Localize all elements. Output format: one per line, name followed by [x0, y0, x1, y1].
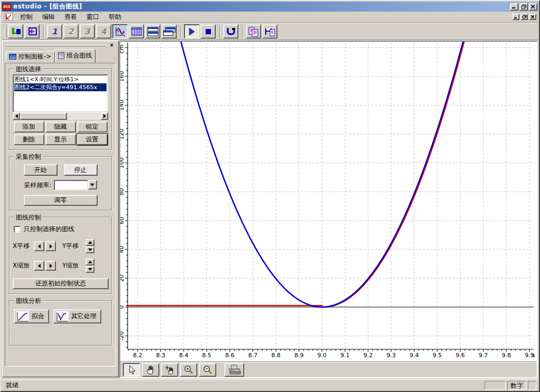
svg-text:0: 0: [120, 305, 125, 309]
x-zoom-in-button[interactable]: [45, 261, 56, 271]
tab-control-panel[interactable]: 控制面板->: [6, 51, 55, 63]
lock-line-button[interactable]: 锁定: [77, 121, 108, 132]
view-3-button[interactable]: 3: [80, 24, 95, 39]
copy-button[interactable]: [246, 24, 261, 39]
svg-text:-20: -20: [120, 331, 125, 341]
y-pan-up-button[interactable]: [85, 239, 94, 246]
menu-edit[interactable]: 编辑: [37, 12, 60, 23]
start-button[interactable]: 开始: [24, 164, 57, 176]
toolbar-separator: [43, 25, 44, 38]
only-selected-checkbox[interactable]: [14, 226, 21, 233]
crosshair-hand-tool[interactable]: [161, 363, 178, 377]
tab-combined-graph[interactable]: 组合图线: [55, 49, 95, 63]
settings-button[interactable]: 设置: [77, 134, 108, 145]
cascade-windows-button[interactable]: [161, 24, 177, 39]
show-line-button[interactable]: 显示: [45, 134, 76, 145]
menu-view[interactable]: 查看: [60, 12, 82, 23]
hide-line-button[interactable]: 隐藏: [45, 121, 76, 132]
pan-hand-icon: [146, 365, 156, 375]
toolbar-separator: [180, 25, 181, 38]
sample-rate-label: 采样频率:: [24, 181, 51, 190]
sample-rate-value[interactable]: [54, 180, 88, 190]
other-process-button[interactable]: 其它处理: [53, 309, 101, 323]
view-1-button[interactable]: 1: [47, 24, 62, 39]
menu-window[interactable]: 窗口: [82, 12, 104, 23]
status-cell-empty: [485, 381, 506, 390]
zoom-out-tool[interactable]: [199, 363, 216, 377]
add-line-button[interactable]: 添加: [14, 121, 44, 132]
scroll-thumb[interactable]: [20, 112, 67, 120]
y-pan-stepper[interactable]: [85, 239, 94, 253]
only-selected-label: 只控制选择的图线: [24, 225, 74, 234]
minimize-button[interactable]: [510, 3, 518, 11]
y-zoom-up-button[interactable]: [85, 259, 94, 265]
select-arrow-tool[interactable]: [123, 363, 140, 377]
list-hscrollbar[interactable]: [13, 112, 108, 120]
menu-control[interactable]: 控制: [15, 12, 37, 23]
x-pan-left-button[interactable]: [34, 241, 44, 251]
close-button[interactable]: [529, 3, 537, 11]
save-button[interactable]: [262, 24, 277, 39]
svg-text:s: s: [532, 352, 535, 359]
pan-hand-tool[interactable]: [142, 363, 159, 377]
zero-adjust-button[interactable]: 调零: [24, 195, 98, 206]
list-item[interactable]: 图线1<X:时间,Y:位移1>: [14, 75, 107, 83]
svg-text:9.3: 9.3: [387, 352, 396, 359]
process-chart-icon: [56, 311, 69, 322]
acquisition-group: 采集控制 开始 停止 采样频率: 调零: [9, 156, 112, 211]
stop-icon: [205, 28, 212, 35]
child-restore-button[interactable]: [520, 14, 528, 20]
y-zoom-stepper[interactable]: [85, 259, 94, 273]
delete-line-button[interactable]: 删除: [14, 134, 44, 145]
x-zoom-out-button[interactable]: [34, 261, 44, 271]
scroll-right-icon[interactable]: [101, 112, 108, 120]
chart-canvas[interactable]: 8.28.38.48.58.68.78.88.99.09.19.29.39.49…: [120, 42, 537, 361]
sample-rate-select[interactable]: [54, 180, 97, 190]
child-minimize-button[interactable]: [512, 14, 519, 20]
menu-bar: 控制 编辑 查看 窗口 帮助: [2, 12, 538, 23]
zoom-in-tool[interactable]: [180, 363, 197, 377]
back-button[interactable]: [24, 24, 40, 39]
status-message: 就绪: [4, 381, 18, 390]
chart-toolbar: [120, 361, 537, 377]
curve-control-group: 图线控制 只控制选择的图线 X平移 Y平移: [9, 217, 112, 294]
fit-button[interactable]: 拟合: [14, 309, 49, 323]
svg-text:140: 140: [120, 100, 125, 111]
split-horizontal-button[interactable]: [145, 24, 160, 39]
cascade-windows-icon: [162, 26, 176, 37]
y-pan-label: Y平移: [62, 242, 83, 251]
combined-graph-plot[interactable]: 8.28.38.48.58.68.78.88.99.09.19.29.39.49…: [120, 42, 537, 361]
view-2-button[interactable]: 2: [63, 24, 79, 39]
control-sidebar: x 控制面板-> 组合图线 图线选择 图线1<X:时间,Y:位移1>: [2, 41, 119, 377]
print-tool[interactable]: [224, 363, 244, 377]
exit-app-button[interactable]: [8, 24, 23, 39]
table-view-button[interactable]: [129, 24, 144, 39]
menu-help[interactable]: 帮助: [104, 12, 126, 23]
x-pan-right-button[interactable]: [45, 241, 56, 251]
graph-view-button[interactable]: [112, 24, 128, 39]
view-4-button[interactable]: 4: [96, 24, 111, 39]
device-button[interactable]: [223, 24, 238, 39]
stop-button[interactable]: 停止: [64, 164, 98, 176]
reset-view-button[interactable]: 还原初始控制状态: [13, 278, 109, 289]
svg-text:8.9: 8.9: [294, 352, 304, 359]
panel-gripper[interactable]: x: [6, 43, 115, 48]
restore-button[interactable]: [519, 3, 528, 11]
line-listbox[interactable]: 图线1<X:时间,Y:位移1> 图线2<二次拟合y=491.4565x: [13, 74, 108, 112]
y-pan-down-button[interactable]: [85, 246, 94, 253]
exit-app-icon: [11, 27, 21, 36]
document-chart-icon: [5, 13, 13, 21]
scroll-left-icon[interactable]: [13, 112, 20, 120]
select-arrow-icon: [127, 365, 137, 375]
stop-collect-button[interactable]: [200, 24, 216, 39]
y-zoom-down-button[interactable]: [85, 266, 94, 273]
list-item-selected[interactable]: 图线2<二次拟合y=491.4565x: [14, 83, 107, 91]
chevron-down-icon[interactable]: [88, 180, 97, 189]
zoom-out-icon: [202, 365, 213, 375]
start-collect-button[interactable]: [184, 24, 199, 39]
panel-close-icon[interactable]: x: [109, 43, 115, 49]
child-close-button[interactable]: [529, 14, 536, 20]
svg-text:8.6: 8.6: [225, 352, 235, 359]
save-icon: [264, 26, 276, 37]
x-pan-label: X平移: [13, 242, 34, 251]
